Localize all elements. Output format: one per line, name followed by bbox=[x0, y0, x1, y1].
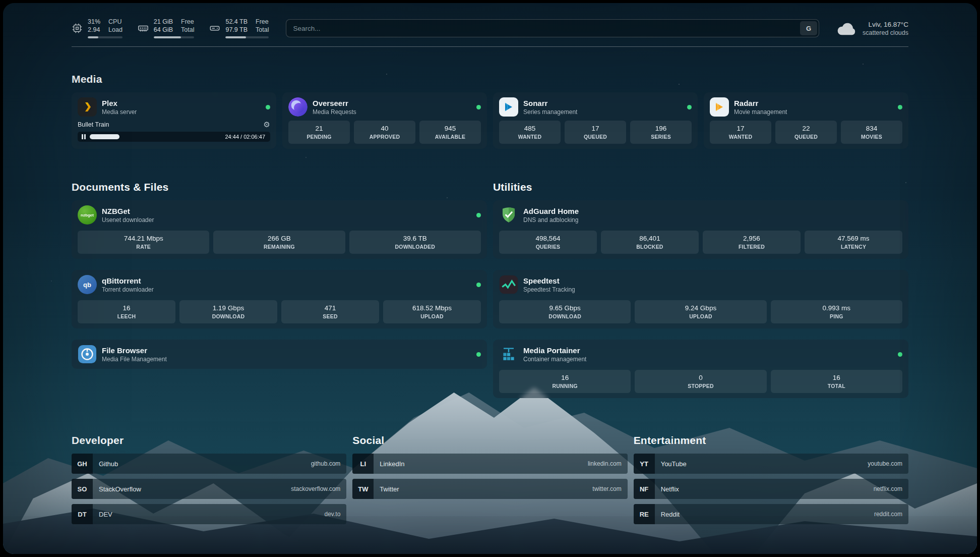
radarr-card[interactable]: Radarr Movie management 17WANTED22QUEUED… bbox=[704, 92, 908, 149]
bookmark-stackoverflow[interactable]: SOStackOverflowstackoverflow.com bbox=[72, 479, 346, 499]
nzbget-stats: 744.21 MbpsRATE266 GBREMAINING39.6 TBDOW… bbox=[78, 231, 481, 254]
playback-progress-bar[interactable]: 24:44 / 02:06:47 bbox=[78, 132, 270, 142]
filebrowser-icon bbox=[78, 345, 97, 364]
star-specks bbox=[3, 3, 4, 4]
nzbget-title: NZBGet bbox=[102, 207, 154, 215]
radarr-icon bbox=[710, 97, 729, 117]
stat-movies: 834MOVIES bbox=[841, 121, 902, 144]
bookmark-url: github.com bbox=[311, 460, 341, 467]
bookmark-url: twitter.com bbox=[592, 485, 621, 492]
memory-progress-bar bbox=[154, 36, 195, 38]
documents-heading: Documents & Files bbox=[72, 181, 487, 193]
playback-time: 24:44 / 02:06:47 bbox=[225, 134, 265, 140]
filebrowser-subtitle: Media File Management bbox=[102, 356, 167, 363]
overseerr-icon bbox=[288, 97, 308, 117]
search-input[interactable] bbox=[288, 25, 800, 32]
qbittorrent-card[interactable]: qb qBittorrent Torrent downloader 16LEEC… bbox=[72, 270, 487, 328]
status-dot bbox=[898, 352, 902, 357]
radarr-title: Radarr bbox=[734, 99, 787, 107]
stat-blocked: 86,401BLOCKED bbox=[601, 231, 699, 254]
plex-card[interactable]: Plex Media server Bullet Train ⚙ 24:44 /… bbox=[72, 92, 276, 149]
bookmark-linkedin[interactable]: LILinkedInlinkedin.com bbox=[352, 454, 627, 474]
stat-queued: 22QUEUED bbox=[775, 121, 837, 144]
stat-wanted: 485WANTED bbox=[499, 121, 561, 144]
speedtest-card[interactable]: Speedtest Speedtest Tracking 9.65 GbpsDO… bbox=[493, 270, 908, 328]
bookmark-youtube[interactable]: YTYouTubeyoutube.com bbox=[634, 454, 908, 474]
portainer-card[interactable]: Media Portainer Container management 16R… bbox=[493, 340, 908, 398]
search-provider-button[interactable]: G bbox=[800, 21, 817, 35]
bookmark-twitter[interactable]: TWTwittertwitter.com bbox=[352, 479, 627, 499]
overseerr-title: Overseerr bbox=[313, 99, 356, 107]
media-section: Media Plex Media server bbox=[72, 73, 908, 149]
bookmarks-section: Developer GHGithubgithub.comSOStackOverf… bbox=[72, 434, 908, 524]
bookmark-github[interactable]: GHGithubgithub.com bbox=[72, 454, 346, 474]
memory-label-top: Free bbox=[181, 18, 194, 26]
bookmark-abbr: LI bbox=[352, 454, 374, 474]
nzbget-card[interactable]: nzbget NZBGet Usenet downloader 744.21 M… bbox=[72, 200, 487, 259]
bookmark-url: reddit.com bbox=[874, 511, 902, 518]
cpu-widget: 31% 2.94 CPU Load bbox=[72, 18, 122, 38]
sonarr-icon bbox=[499, 97, 518, 117]
bookmark-abbr: TW bbox=[352, 479, 374, 499]
status-dot bbox=[476, 352, 481, 357]
bookmark-netflix[interactable]: NFNetflixnetflix.com bbox=[634, 479, 908, 499]
cpu-icon bbox=[72, 23, 83, 34]
disk-widget: 52.4 TB 97.9 TB Free Total bbox=[209, 18, 269, 38]
speedtest-icon bbox=[499, 275, 518, 294]
stat-available: 945AVAILABLE bbox=[419, 121, 481, 144]
overseerr-card[interactable]: Overseerr Media Requests 21PENDING40APPR… bbox=[282, 92, 487, 149]
stat-remaining: 266 GBREMAINING bbox=[213, 231, 345, 254]
stat-download: 9.65 GbpsDOWNLOAD bbox=[499, 300, 631, 323]
memory-widget: 21 GiB 64 GiB Free Total bbox=[138, 18, 195, 38]
memory-icon bbox=[138, 23, 149, 34]
stat-latency: 47.569 msLATENCY bbox=[805, 231, 902, 254]
stat-total: 16TOTAL bbox=[771, 370, 902, 393]
portainer-subtitle: Container management bbox=[523, 356, 586, 363]
nzbget-icon: nzbget bbox=[78, 205, 97, 225]
entertainment-group: Entertainment YTYouTubeyoutube.comNFNetf… bbox=[634, 434, 908, 524]
search-bar: G bbox=[286, 19, 819, 37]
bookmark-name: Netflix bbox=[661, 485, 679, 493]
weather-location: Lviv, 16.87°C bbox=[863, 21, 908, 28]
disk-free: 52.4 TB bbox=[225, 18, 248, 26]
adguard-subtitle: DNS and adblocking bbox=[523, 216, 579, 224]
bookmark-abbr: DT bbox=[72, 504, 93, 524]
gear-icon[interactable]: ⚙ bbox=[264, 121, 270, 128]
plex-icon bbox=[78, 97, 97, 117]
stat-stopped: 0STOPPED bbox=[635, 370, 766, 393]
sonarr-subtitle: Series management bbox=[523, 108, 577, 116]
cpu-percent: 31% bbox=[88, 18, 100, 26]
cloud-icon bbox=[836, 21, 856, 36]
qbittorrent-stats: 16LEECH1.19 GbpsDOWNLOAD471SEED618.52 Mb… bbox=[78, 300, 481, 323]
status-dot bbox=[476, 105, 481, 109]
bookmark-reddit[interactable]: RERedditreddit.com bbox=[634, 504, 908, 524]
documents-section: Documents & Files nzbget NZBGet Usenet d… bbox=[72, 181, 487, 398]
status-dot bbox=[687, 105, 692, 109]
bookmark-dev[interactable]: DTDEVdev.to bbox=[72, 504, 346, 524]
sonarr-stats: 485WANTED17QUEUED196SERIES bbox=[499, 121, 692, 144]
sonarr-card[interactable]: Sonarr Series management 485WANTED17QUEU… bbox=[493, 92, 698, 149]
filebrowser-card[interactable]: File Browser Media File Management bbox=[72, 340, 487, 369]
pause-icon[interactable] bbox=[82, 134, 86, 139]
utilities-section: Utilities AdGuard Home DNS and adblockin… bbox=[493, 181, 908, 398]
weather-widget: Lviv, 16.87°C scattered clouds bbox=[836, 21, 908, 36]
filebrowser-title: File Browser bbox=[102, 346, 167, 355]
stat-approved: 40APPROVED bbox=[354, 121, 415, 144]
social-group: Social LILinkedInlinkedin.comTWTwittertw… bbox=[352, 434, 627, 524]
stat-download: 1.19 GbpsDOWNLOAD bbox=[179, 300, 277, 323]
disk-total: 97.9 TB bbox=[225, 26, 248, 34]
cpu-label-top: CPU bbox=[108, 18, 122, 26]
bookmark-name: Reddit bbox=[661, 511, 680, 518]
stat-queued: 17QUEUED bbox=[565, 121, 626, 144]
bookmark-url: dev.to bbox=[325, 511, 341, 518]
entertainment-bookmarks: YTYouTubeyoutube.comNFNetflixnetflix.com… bbox=[634, 454, 908, 524]
topbar: 31% 2.94 CPU Load bbox=[72, 18, 908, 38]
bookmark-name: Github bbox=[99, 460, 118, 468]
stat-filtered: 2,956FILTERED bbox=[703, 231, 801, 254]
status-dot bbox=[476, 283, 481, 287]
bookmark-url: netflix.com bbox=[874, 485, 902, 492]
developer-bookmarks: GHGithubgithub.comSOStackOverflowstackov… bbox=[72, 454, 346, 524]
qbittorrent-subtitle: Torrent downloader bbox=[102, 286, 154, 293]
adguard-card[interactable]: AdGuard Home DNS and adblocking 498,564Q… bbox=[493, 200, 908, 259]
status-dot bbox=[898, 105, 902, 109]
